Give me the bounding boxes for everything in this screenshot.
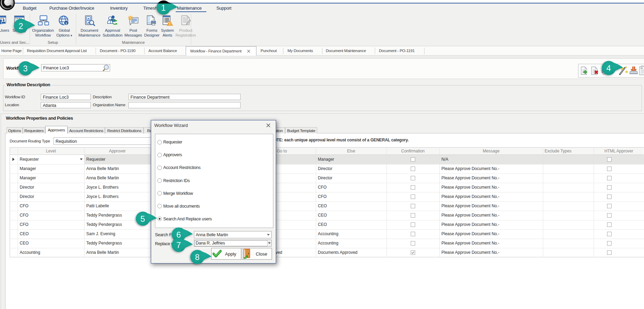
- svg-text:7: 7: [176, 240, 181, 250]
- svg-text:4: 4: [606, 63, 611, 73]
- svg-text:3: 3: [23, 64, 28, 73]
- svg-text:8: 8: [195, 252, 199, 262]
- svg-text:2: 2: [19, 21, 23, 31]
- svg-text:!: !: [169, 22, 170, 26]
- svg-text:i: i: [66, 21, 67, 25]
- svg-text:5: 5: [140, 214, 145, 223]
- svg-text:1: 1: [161, 3, 166, 12]
